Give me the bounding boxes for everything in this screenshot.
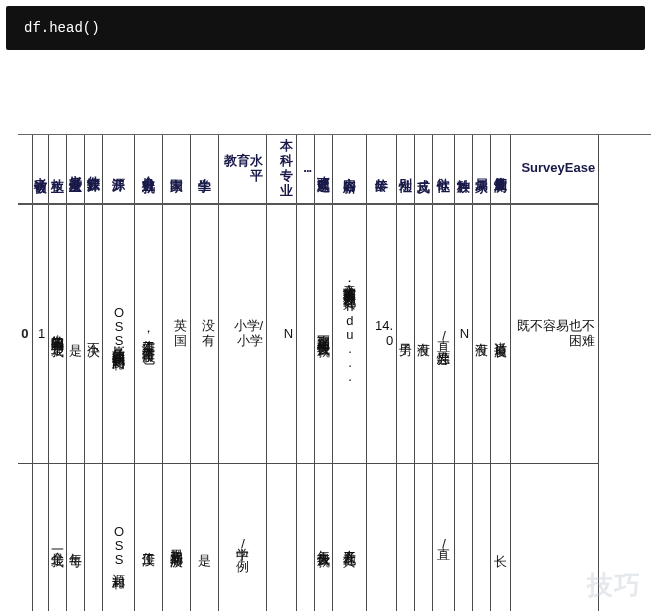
col-本科专业: 本科专业 — [267, 135, 297, 204]
col-欢迎更改: 欢迎更改 — [315, 135, 333, 204]
col-年龄: 年龄 — [367, 135, 397, 204]
cell: 没工作 — [135, 464, 163, 611]
cell: 就像我去年 — [315, 464, 333, 611]
col-主枝: 主枝 — [49, 135, 67, 204]
cell: 男子 — [397, 204, 415, 464]
col-教育水平: 教育水平 — [219, 135, 267, 204]
cell: 没有工作，也没有工作 — [135, 204, 163, 464]
cell: OSS和封源 — [103, 464, 135, 611]
cell: 就像我去年一样受到欢迎 — [315, 204, 333, 464]
cell: 英国 — [163, 204, 191, 464]
cell — [267, 464, 297, 611]
cell: 既不容易也不困难 — [511, 204, 599, 464]
cell: 其他开发人员撰写的技术文章；Indu... — [333, 204, 367, 464]
header-row: 被访者 主枝 业余爱好者 开源软件 开源 就业机会 国家 学生 教育水平 本科专… — [18, 135, 599, 204]
cell: 中学/例 — [219, 464, 267, 611]
cell-ellipsis — [297, 464, 315, 611]
row-index — [18, 464, 32, 611]
cell: 没有 — [415, 204, 433, 464]
cell — [367, 464, 397, 611]
cell: 长 — [491, 464, 511, 611]
dataframe-output: 被访者 主枝 业余爱好者 开源软件 开源 就业机会 国家 学生 教育水平 本科专… — [18, 134, 651, 611]
cell: 14.0 — [367, 204, 397, 464]
cell — [473, 464, 491, 611]
watermark: 技巧 — [587, 568, 641, 603]
cell — [415, 464, 433, 611]
col-就业机会: 就业机会 — [135, 135, 163, 204]
cell: 波斯尼亚和黑 — [163, 464, 191, 611]
cell: 我是一个学习编码的学生 — [49, 204, 67, 464]
col-ellipsis: ... — [297, 135, 315, 204]
col-学生: 学生 — [191, 135, 219, 204]
cell: 1 — [32, 204, 49, 464]
output-area: 被访者 主枝 业余爱好者 开源软件 开源 就业机会 国家 学生 教育水平 本科专… — [0, 56, 651, 611]
col-业余爱好者: 业余爱好者 — [67, 135, 85, 204]
dataframe-table: 被访者 主枝 业余爱好者 开源软件 开源 就业机会 国家 学生 教育水平 本科专… — [18, 135, 599, 611]
cell: 其他开发人 — [333, 464, 367, 611]
table-row: 0 1 我是一个学习编码的学生 是 决不 OSS和封闭源代码软件的质量…… 没有… — [18, 204, 599, 464]
index-header — [18, 135, 32, 204]
col-SurveyEase: SurveyEase — [511, 135, 599, 204]
cell: 是 — [191, 464, 219, 611]
cell: 小学/小学 — [219, 204, 267, 464]
col-新内容: 新内容 — [333, 135, 367, 204]
cell — [32, 464, 49, 611]
cell: 没有 — [191, 204, 219, 464]
col-国家: 国家 — [163, 135, 191, 204]
col-性欲: 性欲 — [433, 135, 455, 204]
cell: 是 — [67, 204, 85, 464]
cell: N — [455, 204, 473, 464]
col-种族: 种族 — [455, 135, 473, 204]
cell: 长度适当 — [491, 204, 511, 464]
col-开源软件: 开源软件 — [85, 135, 103, 204]
cell: 我是一个 — [49, 464, 67, 611]
cell: 决不 — [85, 204, 103, 464]
col-家属: 家属 — [473, 135, 491, 204]
code-input-cell[interactable]: df.head() — [6, 6, 645, 50]
cell — [397, 464, 415, 611]
cell — [85, 464, 103, 611]
col-性别: 性别 — [397, 135, 415, 204]
col-测量长度: 测量长度 — [491, 135, 511, 204]
cell: N — [267, 204, 297, 464]
cell — [511, 464, 599, 611]
cell-ellipsis — [297, 204, 315, 464]
cell: 直/ — [433, 464, 455, 611]
row-index: 0 — [18, 204, 32, 464]
col-开源: 开源 — [103, 135, 135, 204]
table-row: 我是一个 每年 OSS和封源 没工作 波斯尼亚和黑 是 中学/例 就像我去年 其… — [18, 464, 599, 611]
cell: 每年 — [67, 464, 85, 611]
code-source: df.head() — [24, 20, 100, 36]
col-反式: 反式 — [415, 135, 433, 204]
cell: OSS和封闭源代码软件的质量…… — [103, 204, 135, 464]
col-被访者: 被访者 — [32, 135, 49, 204]
cell: 没有 — [473, 204, 491, 464]
cell: 直/异性恋 — [433, 204, 455, 464]
cell — [455, 464, 473, 611]
